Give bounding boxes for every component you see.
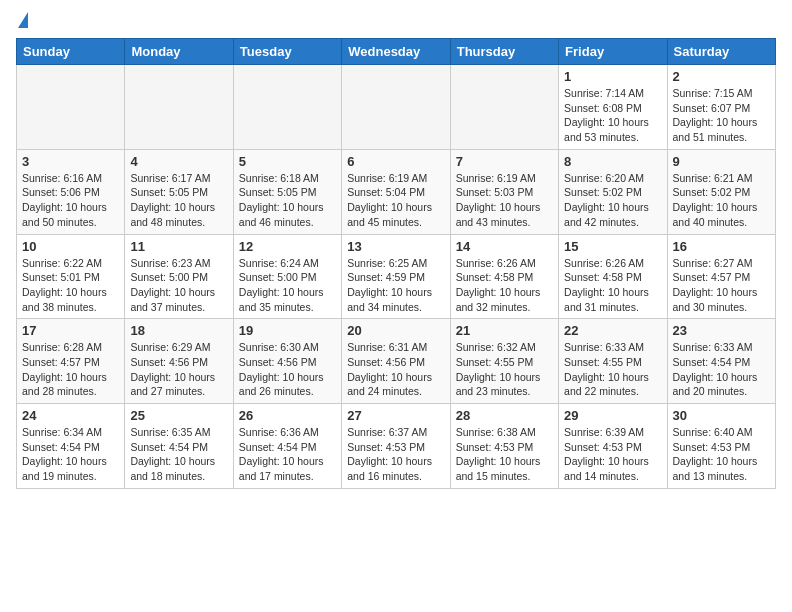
day-detail: Sunrise: 6:21 AMSunset: 5:02 PMDaylight:… (673, 171, 770, 230)
week-row-5: 24Sunrise: 6:34 AMSunset: 4:54 PMDayligh… (17, 404, 776, 489)
weekday-header-tuesday: Tuesday (233, 39, 341, 65)
week-row-4: 17Sunrise: 6:28 AMSunset: 4:57 PMDayligh… (17, 319, 776, 404)
calendar-cell (17, 65, 125, 150)
day-detail: Sunrise: 6:38 AMSunset: 4:53 PMDaylight:… (456, 425, 553, 484)
calendar-cell: 5Sunrise: 6:18 AMSunset: 5:05 PMDaylight… (233, 149, 341, 234)
day-number: 16 (673, 239, 770, 254)
weekday-header-friday: Friday (559, 39, 667, 65)
day-detail: Sunrise: 6:36 AMSunset: 4:54 PMDaylight:… (239, 425, 336, 484)
weekday-header-thursday: Thursday (450, 39, 558, 65)
day-detail: Sunrise: 6:37 AMSunset: 4:53 PMDaylight:… (347, 425, 444, 484)
day-number: 8 (564, 154, 661, 169)
calendar-cell: 11Sunrise: 6:23 AMSunset: 5:00 PMDayligh… (125, 234, 233, 319)
calendar-cell: 6Sunrise: 6:19 AMSunset: 5:04 PMDaylight… (342, 149, 450, 234)
day-detail: Sunrise: 6:26 AMSunset: 4:58 PMDaylight:… (564, 256, 661, 315)
day-detail: Sunrise: 6:19 AMSunset: 5:03 PMDaylight:… (456, 171, 553, 230)
day-detail: Sunrise: 6:19 AMSunset: 5:04 PMDaylight:… (347, 171, 444, 230)
day-detail: Sunrise: 6:39 AMSunset: 4:53 PMDaylight:… (564, 425, 661, 484)
calendar-cell (233, 65, 341, 150)
day-detail: Sunrise: 6:33 AMSunset: 4:55 PMDaylight:… (564, 340, 661, 399)
week-row-2: 3Sunrise: 6:16 AMSunset: 5:06 PMDaylight… (17, 149, 776, 234)
weekday-header-wednesday: Wednesday (342, 39, 450, 65)
week-row-1: 1Sunrise: 7:14 AMSunset: 6:08 PMDaylight… (17, 65, 776, 150)
day-number: 17 (22, 323, 119, 338)
day-number: 4 (130, 154, 227, 169)
day-number: 3 (22, 154, 119, 169)
day-number: 20 (347, 323, 444, 338)
calendar-cell: 26Sunrise: 6:36 AMSunset: 4:54 PMDayligh… (233, 404, 341, 489)
day-number: 2 (673, 69, 770, 84)
calendar-cell: 4Sunrise: 6:17 AMSunset: 5:05 PMDaylight… (125, 149, 233, 234)
calendar-cell: 12Sunrise: 6:24 AMSunset: 5:00 PMDayligh… (233, 234, 341, 319)
day-detail: Sunrise: 6:22 AMSunset: 5:01 PMDaylight:… (22, 256, 119, 315)
calendar-cell: 10Sunrise: 6:22 AMSunset: 5:01 PMDayligh… (17, 234, 125, 319)
weekday-header-sunday: Sunday (17, 39, 125, 65)
day-number: 26 (239, 408, 336, 423)
calendar-cell: 29Sunrise: 6:39 AMSunset: 4:53 PMDayligh… (559, 404, 667, 489)
day-number: 11 (130, 239, 227, 254)
day-detail: Sunrise: 6:25 AMSunset: 4:59 PMDaylight:… (347, 256, 444, 315)
day-number: 27 (347, 408, 444, 423)
day-number: 18 (130, 323, 227, 338)
calendar-cell: 21Sunrise: 6:32 AMSunset: 4:55 PMDayligh… (450, 319, 558, 404)
day-detail: Sunrise: 6:33 AMSunset: 4:54 PMDaylight:… (673, 340, 770, 399)
calendar-cell: 30Sunrise: 6:40 AMSunset: 4:53 PMDayligh… (667, 404, 775, 489)
day-number: 24 (22, 408, 119, 423)
day-detail: Sunrise: 6:32 AMSunset: 4:55 PMDaylight:… (456, 340, 553, 399)
day-detail: Sunrise: 6:18 AMSunset: 5:05 PMDaylight:… (239, 171, 336, 230)
day-number: 25 (130, 408, 227, 423)
calendar-cell: 9Sunrise: 6:21 AMSunset: 5:02 PMDaylight… (667, 149, 775, 234)
calendar-cell: 1Sunrise: 7:14 AMSunset: 6:08 PMDaylight… (559, 65, 667, 150)
day-number: 22 (564, 323, 661, 338)
day-detail: Sunrise: 6:40 AMSunset: 4:53 PMDaylight:… (673, 425, 770, 484)
day-number: 5 (239, 154, 336, 169)
calendar: SundayMondayTuesdayWednesdayThursdayFrid… (16, 38, 776, 489)
day-number: 12 (239, 239, 336, 254)
day-detail: Sunrise: 7:15 AMSunset: 6:07 PMDaylight:… (673, 86, 770, 145)
logo-triangle-icon (18, 12, 28, 28)
calendar-cell: 27Sunrise: 6:37 AMSunset: 4:53 PMDayligh… (342, 404, 450, 489)
day-number: 1 (564, 69, 661, 84)
calendar-cell: 25Sunrise: 6:35 AMSunset: 4:54 PMDayligh… (125, 404, 233, 489)
day-number: 13 (347, 239, 444, 254)
calendar-cell: 3Sunrise: 6:16 AMSunset: 5:06 PMDaylight… (17, 149, 125, 234)
calendar-cell: 18Sunrise: 6:29 AMSunset: 4:56 PMDayligh… (125, 319, 233, 404)
logo (16, 16, 28, 28)
calendar-cell: 7Sunrise: 6:19 AMSunset: 5:03 PMDaylight… (450, 149, 558, 234)
day-number: 29 (564, 408, 661, 423)
calendar-cell: 23Sunrise: 6:33 AMSunset: 4:54 PMDayligh… (667, 319, 775, 404)
day-number: 6 (347, 154, 444, 169)
day-number: 7 (456, 154, 553, 169)
calendar-cell: 17Sunrise: 6:28 AMSunset: 4:57 PMDayligh… (17, 319, 125, 404)
day-detail: Sunrise: 6:23 AMSunset: 5:00 PMDaylight:… (130, 256, 227, 315)
day-number: 21 (456, 323, 553, 338)
day-number: 9 (673, 154, 770, 169)
day-detail: Sunrise: 6:28 AMSunset: 4:57 PMDaylight:… (22, 340, 119, 399)
calendar-cell (342, 65, 450, 150)
day-number: 23 (673, 323, 770, 338)
calendar-cell: 15Sunrise: 6:26 AMSunset: 4:58 PMDayligh… (559, 234, 667, 319)
day-detail: Sunrise: 6:24 AMSunset: 5:00 PMDaylight:… (239, 256, 336, 315)
header (16, 16, 776, 28)
calendar-cell: 19Sunrise: 6:30 AMSunset: 4:56 PMDayligh… (233, 319, 341, 404)
calendar-cell: 22Sunrise: 6:33 AMSunset: 4:55 PMDayligh… (559, 319, 667, 404)
day-detail: Sunrise: 6:17 AMSunset: 5:05 PMDaylight:… (130, 171, 227, 230)
day-detail: Sunrise: 6:29 AMSunset: 4:56 PMDaylight:… (130, 340, 227, 399)
weekday-header-row: SundayMondayTuesdayWednesdayThursdayFrid… (17, 39, 776, 65)
calendar-cell: 20Sunrise: 6:31 AMSunset: 4:56 PMDayligh… (342, 319, 450, 404)
day-detail: Sunrise: 6:35 AMSunset: 4:54 PMDaylight:… (130, 425, 227, 484)
day-number: 28 (456, 408, 553, 423)
day-number: 14 (456, 239, 553, 254)
calendar-cell: 13Sunrise: 6:25 AMSunset: 4:59 PMDayligh… (342, 234, 450, 319)
calendar-cell: 28Sunrise: 6:38 AMSunset: 4:53 PMDayligh… (450, 404, 558, 489)
day-detail: Sunrise: 6:30 AMSunset: 4:56 PMDaylight:… (239, 340, 336, 399)
calendar-cell (125, 65, 233, 150)
calendar-cell: 24Sunrise: 6:34 AMSunset: 4:54 PMDayligh… (17, 404, 125, 489)
day-detail: Sunrise: 6:26 AMSunset: 4:58 PMDaylight:… (456, 256, 553, 315)
calendar-cell: 2Sunrise: 7:15 AMSunset: 6:07 PMDaylight… (667, 65, 775, 150)
day-detail: Sunrise: 6:20 AMSunset: 5:02 PMDaylight:… (564, 171, 661, 230)
day-number: 19 (239, 323, 336, 338)
calendar-cell: 16Sunrise: 6:27 AMSunset: 4:57 PMDayligh… (667, 234, 775, 319)
day-detail: Sunrise: 7:14 AMSunset: 6:08 PMDaylight:… (564, 86, 661, 145)
weekday-header-monday: Monday (125, 39, 233, 65)
